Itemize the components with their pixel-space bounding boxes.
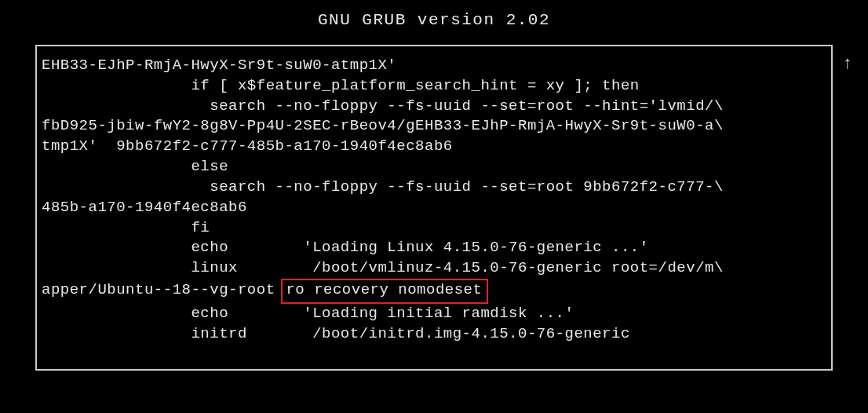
grub-line[interactable]: initrd /boot/initrd.img-4.15.0-76-generi… [42, 324, 826, 345]
grub-line[interactable]: echo 'Loading Linux 4.15.0-76-generic ..… [42, 238, 826, 258]
grub-line[interactable]: linux /boot/vmlinuz-4.15.0-76-generic ro… [42, 258, 826, 279]
grub-title: GNU GRUB version 2.02 [318, 11, 550, 29]
grub-line[interactable]: 485b-a170-1940f4ec8ab6 [42, 198, 826, 218]
grub-line[interactable]: search --no-floppy --fs-uuid --set=root … [42, 177, 826, 198]
grub-line[interactable]: echo 'Loading initial ramdisk ...' [42, 304, 826, 324]
grub-editor-box[interactable]: ↑ EHB33-EJhP-RmjA-HwyX-Sr9t-suW0-atmp1X'… [35, 45, 833, 371]
grub-line[interactable]: tmp1X' 9bb672f2-c777-485b-a170-1940f4ec8… [42, 137, 826, 157]
scroll-up-arrow: ↑ [842, 54, 853, 74]
grub-header: GNU GRUB version 2.02 [0, 0, 868, 45]
grub-line-highlighted[interactable]: apper/Ubuntu--18--vg-root ro recovery no… [42, 279, 826, 304]
grub-line[interactable]: EHB33-EJhP-RmjA-HwyX-Sr9t-suW0-atmp1X' [42, 56, 826, 76]
grub-line[interactable]: search --no-floppy --fs-uuid --set=root … [42, 97, 826, 117]
grub-line[interactable]: else [42, 157, 826, 177]
grub-line[interactable]: fbD925-jbiw-fwY2-8g8V-Pp4U-2SEC-rBeov4/g… [42, 116, 826, 137]
grub-line[interactable]: fi [42, 218, 826, 239]
boot-params-highlight[interactable]: ro recovery nomodeset [281, 279, 488, 304]
grub-line[interactable]: if [ x$feature_platform_search_hint = xy… [42, 76, 826, 97]
grub-line-prefix[interactable]: apper/Ubuntu--18--vg-root [42, 281, 284, 298]
